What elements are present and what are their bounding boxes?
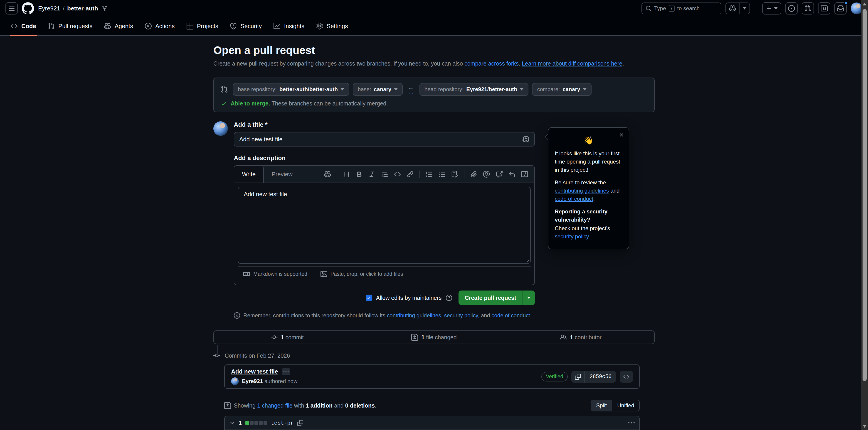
popup-contributing-guidelines-link[interactable]: contributing guidelines: [555, 188, 609, 194]
tab-preview[interactable]: Preview: [264, 166, 300, 183]
chevron-down-icon[interactable]: [229, 420, 235, 426]
notifications-inbox-button[interactable]: [834, 2, 847, 14]
description-textarea-wrapper: Add new test file: [238, 187, 531, 264]
scrollbar-down-arrow-icon[interactable]: [863, 425, 866, 428]
search-placeholder-part1: Type: [654, 5, 666, 11]
base-branch-selector[interactable]: base: canary: [353, 83, 403, 96]
page-scrollbar[interactable]: [861, 0, 868, 430]
description-textarea[interactable]: Add new test file: [238, 187, 531, 264]
security-policy-link[interactable]: security policy: [444, 312, 478, 319]
tab-code[interactable]: Code: [6, 17, 41, 35]
commit-message-link[interactable]: Add new test file: [231, 368, 278, 375]
list-unordered-icon[interactable]: [438, 171, 445, 177]
contributing-guidelines-link[interactable]: contributing guidelines: [387, 312, 441, 319]
scrollbar-thumb[interactable]: [863, 9, 867, 381]
popup-security-policy-link[interactable]: security policy: [555, 233, 589, 239]
quote-icon[interactable]: [381, 171, 388, 177]
attach-files-button[interactable]: Paste, drop, or click to add files: [320, 271, 403, 277]
paperclip-icon[interactable]: [470, 171, 477, 177]
gear-icon: [316, 23, 323, 30]
plus-icon: [766, 5, 772, 11]
projects-panel-button[interactable]: [818, 2, 830, 14]
question-icon[interactable]: [446, 295, 452, 301]
commit-sha-link[interactable]: 2859c56: [585, 371, 616, 383]
stat-commits[interactable]: 1 commit: [214, 334, 361, 341]
wave-emoji: 👋: [555, 136, 622, 145]
base-repository-selector[interactable]: base repository: better-auth/better-auth: [233, 83, 349, 96]
reply-icon[interactable]: [508, 171, 515, 177]
markdown-supported-hint[interactable]: Markdown is supported: [243, 271, 307, 277]
compare-branch-selector[interactable]: compare: canary: [532, 83, 591, 96]
description-label: Add a description: [234, 155, 535, 162]
breadcrumb-repo-link[interactable]: better-auth: [67, 5, 98, 12]
tab-write[interactable]: Write: [234, 166, 264, 183]
create-new-button[interactable]: [762, 2, 781, 14]
github-logo[interactable]: [22, 2, 34, 14]
create-pull-request-button[interactable]: Create pull request: [459, 291, 523, 305]
search-input[interactable]: Type / to search: [642, 2, 721, 14]
github-mark-icon: [22, 2, 34, 14]
tab-projects[interactable]: Projects: [182, 17, 223, 35]
allow-edits-label[interactable]: Allow edits by maintainers: [376, 295, 442, 301]
reminder-text: , and: [478, 312, 491, 319]
popup-code-of-conduct-link[interactable]: code of conduct: [555, 196, 593, 202]
tasklist-icon[interactable]: [451, 171, 458, 177]
copilot-icon[interactable]: [523, 136, 529, 143]
diff-range-dots[interactable]: …: [408, 90, 414, 95]
title-input[interactable]: [239, 136, 519, 143]
learn-more-link[interactable]: Learn more about diff comparisons here: [522, 60, 622, 67]
cross-reference-icon[interactable]: [496, 171, 502, 177]
file-options-kebab-button[interactable]: [628, 420, 634, 426]
mention-icon[interactable]: [483, 171, 490, 177]
code-of-conduct-link[interactable]: code of conduct: [491, 312, 530, 319]
heading-icon[interactable]: [343, 171, 350, 177]
author-avatar[interactable]: [231, 377, 239, 385]
pull-requests-button[interactable]: [802, 2, 814, 14]
italic-icon[interactable]: [369, 171, 375, 177]
code-icon[interactable]: [394, 171, 401, 177]
expand-commit-button[interactable]: [282, 368, 290, 375]
tab-insights[interactable]: Insights: [269, 17, 309, 35]
user-avatar[interactable]: [851, 2, 863, 14]
breadcrumb-owner-link[interactable]: Eyre921: [38, 5, 60, 12]
slash-command-icon[interactable]: [521, 171, 528, 177]
allow-edits-checkbox[interactable]: [366, 295, 372, 301]
link-icon[interactable]: [407, 171, 413, 177]
breadcrumb-separator: /: [63, 5, 64, 12]
slash-key-hint: /: [669, 5, 675, 12]
head-repository-selector[interactable]: head repository: Eyre921/better-auth: [420, 83, 528, 96]
scrollbar-up-arrow-icon[interactable]: [863, 3, 866, 5]
unified-view-button[interactable]: Unified: [612, 400, 639, 411]
browse-code-button[interactable]: [620, 371, 633, 383]
close-icon[interactable]: [618, 132, 625, 138]
copy-icon[interactable]: [297, 420, 303, 426]
stat-files-changed[interactable]: 1 file changed: [361, 334, 507, 341]
tab-pull-requests[interactable]: Pull requests: [43, 17, 97, 35]
popup-tail: [545, 134, 551, 140]
kebab-icon: [283, 369, 288, 374]
compare-across-forks-link[interactable]: compare across forks: [464, 60, 519, 67]
create-options-button[interactable]: [523, 291, 535, 305]
commit-row: Add new test file Eyre921 authored now V…: [224, 364, 640, 389]
copy-sha-button[interactable]: [571, 371, 585, 383]
tab-security[interactable]: Security: [225, 17, 266, 35]
copilot-button[interactable]: [726, 3, 739, 14]
commit-author[interactable]: Eyre921: [242, 378, 263, 384]
page-subtitle: Create a new pull request by comparing c…: [213, 60, 655, 68]
tab-actions[interactable]: Actions: [140, 17, 179, 35]
tab-agents[interactable]: Agents: [100, 17, 137, 35]
page-title: Open a pull request: [213, 44, 655, 57]
tab-settings[interactable]: Settings: [312, 17, 352, 35]
copilot-menu-button[interactable]: [739, 3, 749, 14]
stat-contributors[interactable]: 1 contributor: [507, 334, 654, 341]
verified-badge[interactable]: Verified: [541, 372, 568, 382]
tab-label: Actions: [155, 23, 175, 30]
changed-files-link[interactable]: 1 changed file: [257, 402, 292, 409]
issues-button[interactable]: [785, 2, 798, 14]
copilot-icon[interactable]: [324, 171, 331, 177]
list-ordered-icon[interactable]: [426, 171, 433, 177]
bold-icon[interactable]: [356, 171, 363, 177]
split-view-button[interactable]: Split: [591, 400, 612, 411]
diff-file-name[interactable]: test-pr: [271, 420, 294, 426]
hamburger-menu-button[interactable]: [5, 2, 18, 14]
